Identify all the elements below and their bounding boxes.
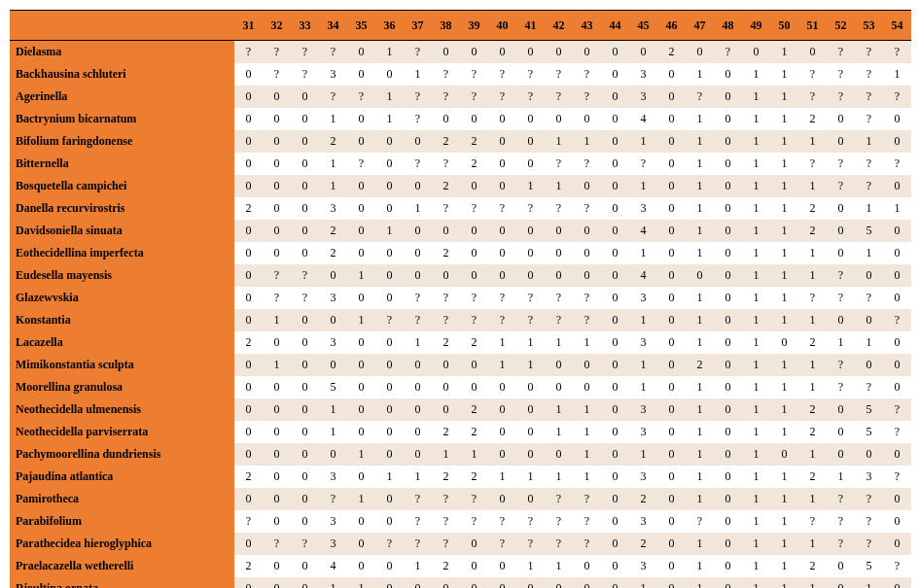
- matrix-cell: 2: [460, 331, 488, 354]
- matrix-cell: 0: [432, 354, 460, 376]
- matrix-cell: 0: [234, 443, 263, 466]
- matrix-cell: ?: [855, 488, 883, 510]
- matrix-cell: 0: [488, 555, 516, 577]
- matrix-cell: 1: [770, 130, 798, 153]
- column-header: 33: [291, 11, 319, 41]
- matrix-cell: 0: [516, 443, 545, 466]
- matrix-cell: 0: [319, 354, 347, 376]
- matrix-cell: ?: [545, 86, 573, 108]
- matrix-cell: 1: [770, 488, 798, 510]
- matrix-cell: ?: [545, 488, 573, 510]
- matrix-cell: 1: [629, 130, 657, 153]
- matrix-cell: ?: [460, 510, 488, 533]
- matrix-cell: ?: [263, 41, 291, 64]
- matrix-cell: 0: [883, 264, 911, 287]
- matrix-cell: 0: [291, 555, 319, 577]
- matrix-cell: 2: [460, 421, 488, 443]
- matrix-cell: ?: [883, 86, 911, 108]
- matrix-cell: 0: [263, 220, 291, 242]
- matrix-cell: 1: [629, 242, 657, 264]
- matrix-cell: 0: [291, 197, 319, 220]
- matrix-cell: 0: [488, 443, 516, 466]
- matrix-cell: 0: [404, 220, 432, 242]
- matrix-cell: 0: [263, 331, 291, 354]
- matrix-cell: 0: [883, 376, 911, 398]
- matrix-cell: 0: [601, 242, 629, 264]
- matrix-cell: 1: [319, 108, 347, 130]
- matrix-cell: 1: [770, 242, 798, 264]
- matrix-cell: 0: [263, 242, 291, 264]
- matrix-cell: 1: [686, 108, 714, 130]
- matrix-cell: 1: [686, 488, 714, 510]
- matrix-cell: 0: [488, 175, 516, 197]
- row-label: Backhausina schluteri: [10, 63, 234, 86]
- matrix-cell: ?: [488, 309, 516, 331]
- matrix-cell: 0: [375, 63, 404, 86]
- matrix-cell: ?: [686, 86, 714, 108]
- matrix-cell: 0: [404, 242, 432, 264]
- matrix-cell: 0: [263, 153, 291, 175]
- matrix-cell: 0: [263, 376, 291, 398]
- matrix-cell: 3: [629, 197, 657, 220]
- matrix-cell: 4: [319, 555, 347, 577]
- matrix-cell: 0: [601, 354, 629, 376]
- matrix-cell: 1: [460, 443, 488, 466]
- matrix-cell: ?: [798, 86, 827, 108]
- matrix-cell: ?: [883, 153, 911, 175]
- matrix-cell: ?: [488, 287, 516, 309]
- matrix-cell: ?: [404, 510, 432, 533]
- matrix-cell: 0: [347, 510, 375, 533]
- matrix-cell: ?: [234, 41, 263, 64]
- matrix-cell: ?: [883, 421, 911, 443]
- matrix-cell: ?: [855, 376, 883, 398]
- matrix-cell: 0: [404, 354, 432, 376]
- matrix-cell: ?: [883, 41, 911, 64]
- matrix-cell: 1: [770, 41, 798, 64]
- matrix-cell: ?: [404, 86, 432, 108]
- matrix-cell: 0: [601, 264, 629, 287]
- matrix-cell: ?: [827, 153, 855, 175]
- matrix-cell: ?: [855, 41, 883, 64]
- matrix-cell: 1: [855, 242, 883, 264]
- matrix-cell: 0: [545, 264, 573, 287]
- matrix-cell: ?: [432, 309, 460, 331]
- matrix-cell: 1: [742, 197, 770, 220]
- matrix-cell: 0: [714, 86, 742, 108]
- matrix-cell: 2: [460, 153, 488, 175]
- matrix-cell: ?: [263, 287, 291, 309]
- matrix-cell: 5: [319, 376, 347, 398]
- matrix-cell: ?: [545, 510, 573, 533]
- matrix-cell: 0: [714, 220, 742, 242]
- matrix-cell: 1: [855, 331, 883, 354]
- matrix-cell: ?: [291, 264, 319, 287]
- matrix-cell: 1: [629, 443, 657, 466]
- column-header: 39: [460, 11, 488, 41]
- matrix-cell: 1: [827, 331, 855, 354]
- matrix-cell: ?: [798, 63, 827, 86]
- matrix-cell: 2: [432, 175, 460, 197]
- row-label: Eudesella mayensis: [10, 264, 234, 287]
- matrix-cell: 1: [855, 130, 883, 153]
- matrix-cell: 0: [234, 398, 263, 421]
- matrix-cell: 0: [742, 41, 770, 64]
- matrix-cell: 1: [742, 354, 770, 376]
- matrix-cell: 1: [516, 175, 545, 197]
- matrix-cell: ?: [573, 309, 601, 331]
- matrix-cell: 0: [657, 533, 686, 555]
- matrix-cell: 0: [714, 466, 742, 488]
- matrix-cell: 0: [347, 108, 375, 130]
- matrix-cell: 1: [573, 466, 601, 488]
- matrix-cell: 0: [404, 264, 432, 287]
- matrix-cell: 0: [375, 331, 404, 354]
- matrix-cell: 0: [714, 175, 742, 197]
- matrix-cell: 1: [770, 354, 798, 376]
- matrix-cell: 1: [686, 287, 714, 309]
- matrix-cell: 2: [798, 197, 827, 220]
- matrix-cell: 0: [714, 287, 742, 309]
- matrix-cell: 2: [657, 41, 686, 64]
- matrix-cell: 1: [545, 398, 573, 421]
- matrix-cell: 3: [629, 421, 657, 443]
- matrix-cell: 0: [347, 421, 375, 443]
- matrix-cell: 0: [714, 488, 742, 510]
- matrix-cell: 0: [460, 555, 488, 577]
